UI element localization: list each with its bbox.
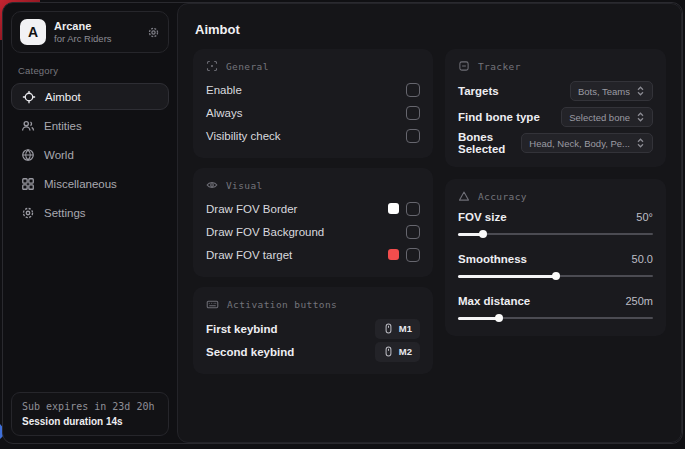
max-distance-slider[interactable]: [458, 314, 653, 323]
fov-target-checkbox[interactable]: [406, 248, 420, 262]
tracker-card-header: Tracker: [458, 60, 653, 72]
subscription-box: Sub expires in 23d 20h Session duration …: [11, 392, 169, 436]
sidebar: A Arcane for Arc Riders Category: [3, 3, 177, 443]
slider-value: 250m: [625, 295, 653, 307]
sidebar-item-label: Miscellaneous: [44, 178, 117, 190]
slider-fill: [458, 275, 556, 278]
activation-card-header: Activation buttons: [206, 298, 420, 311]
right-column: Tracker Targets Bots, Teams: [445, 49, 666, 336]
fov-border-color-swatch[interactable]: [388, 203, 399, 214]
setting-row-find-bone-type: Find bone type Selected bone: [458, 104, 653, 130]
card-title: Accuracy: [478, 191, 527, 202]
setting-group-smoothness: Smoothness 50.0: [458, 250, 653, 281]
chevron-up-down-icon: [636, 112, 645, 122]
visual-card: Visual Draw FOV Border Draw FOV Backgrou…: [193, 168, 433, 277]
slider-label: Smoothness: [458, 253, 527, 265]
always-checkbox[interactable]: [406, 106, 420, 120]
card-title: General: [226, 61, 269, 72]
bones-selected-select[interactable]: Head, Neck, Body, Pe...: [521, 133, 653, 153]
sidebar-item-settings[interactable]: Settings: [11, 199, 169, 226]
accuracy-card-header: Accuracy: [458, 190, 653, 202]
keybind-value: M2: [399, 346, 412, 357]
sidebar-item-label: Entities: [44, 120, 82, 132]
setting-group-max-distance: Max distance 250m: [458, 292, 653, 323]
fov-target-color-swatch[interactable]: [388, 249, 399, 260]
card-title: Visual: [226, 180, 263, 191]
app-header-card: A Arcane for Arc Riders: [11, 11, 169, 53]
eye-icon: [206, 179, 218, 191]
tracker-card: Tracker Targets Bots, Teams: [445, 49, 666, 167]
row-label: Targets: [458, 85, 499, 97]
sidebar-item-miscellaneous[interactable]: Miscellaneous: [11, 170, 169, 197]
visual-card-header: Visual: [206, 179, 420, 191]
first-keybind-button[interactable]: M1: [375, 319, 420, 339]
app-subtitle: for Arc Riders: [54, 33, 112, 44]
triangle-icon: [458, 190, 470, 202]
setting-row-fov-background: Draw FOV Background: [206, 220, 420, 243]
slider-thumb[interactable]: [552, 272, 560, 280]
find-bone-type-select[interactable]: Selected bone: [561, 107, 653, 127]
setting-row-enable: Enable: [206, 78, 420, 101]
gear-icon: [21, 206, 35, 220]
smoothness-slider[interactable]: [458, 272, 653, 281]
slider-value: 50°: [636, 211, 653, 223]
row-label: Draw FOV Border: [206, 203, 297, 215]
fov-size-slider[interactable]: [458, 230, 653, 239]
accuracy-card: Accuracy FOV size 50°: [445, 179, 666, 336]
setting-row-fov-target: Draw FOV target: [206, 243, 420, 266]
row-label: Draw FOV target: [206, 249, 292, 261]
slider-thumb[interactable]: [495, 314, 503, 322]
sidebar-item-entities[interactable]: Entities: [11, 112, 169, 139]
setting-group-fov-size: FOV size 50°: [458, 208, 653, 239]
screen: A Arcane for Arc Riders Category: [0, 0, 685, 449]
row-label: Visibility check: [206, 130, 281, 142]
setting-row-visibility-check: Visibility check: [206, 124, 420, 147]
tracker-box-icon: [458, 60, 470, 72]
row-label: Bones Selected: [458, 131, 521, 155]
fov-background-checkbox[interactable]: [406, 225, 420, 239]
setting-row-first-keybind: First keybind M1: [206, 317, 420, 340]
gear-icon[interactable]: [147, 26, 160, 39]
grid-icon: [21, 177, 35, 191]
slider-label: Max distance: [458, 295, 530, 307]
crosshair-icon: [22, 90, 36, 104]
visibility-check-checkbox[interactable]: [406, 129, 420, 143]
slider-thumb[interactable]: [479, 230, 487, 238]
row-label: Find bone type: [458, 111, 540, 123]
setting-row-fov-border: Draw FOV Border: [206, 197, 420, 220]
sidebar-item-label: Aimbot: [45, 91, 81, 103]
row-label: Second keybind: [206, 346, 294, 358]
fov-border-checkbox[interactable]: [406, 202, 420, 216]
sidebar-item-label: World: [44, 149, 74, 161]
keyboard-icon: [206, 298, 219, 311]
card-title: Tracker: [478, 61, 521, 72]
app-name: Arcane: [54, 20, 112, 32]
slider-label: FOV size: [458, 211, 507, 223]
slider-value: 50.0: [632, 253, 653, 265]
select-value: Bots, Teams: [578, 86, 630, 97]
sub-expiry-text: Sub expires in 23d 20h: [22, 401, 158, 412]
enable-checkbox[interactable]: [406, 83, 420, 97]
setting-row-second-keybind: Second keybind M2: [206, 340, 420, 363]
mouse-icon: [383, 323, 394, 334]
row-label: First keybind: [206, 323, 278, 335]
sidebar-item-aimbot[interactable]: Aimbot: [11, 83, 169, 110]
app-window: A Arcane for Arc Riders Category: [2, 2, 683, 444]
general-card: General Enable Always Visibility check: [193, 49, 433, 158]
main-panel: Aimbot General: [177, 3, 682, 443]
second-keybind-button[interactable]: M2: [375, 342, 420, 362]
session-duration-text: Session duration 14s: [22, 416, 158, 427]
app-title-block: Arcane for Arc Riders: [54, 20, 112, 44]
app-logo: A: [20, 19, 46, 45]
scan-target-icon: [206, 60, 218, 72]
mouse-icon: [383, 346, 394, 357]
sidebar-item-world[interactable]: World: [11, 141, 169, 168]
row-label: Enable: [206, 84, 242, 96]
globe-icon: [21, 148, 35, 162]
sidebar-item-label: Settings: [44, 207, 86, 219]
targets-select[interactable]: Bots, Teams: [570, 81, 653, 101]
card-title: Activation buttons: [227, 299, 337, 310]
select-value: Head, Neck, Body, Pe...: [529, 138, 630, 149]
keybind-value: M1: [399, 323, 412, 334]
chevron-up-down-icon: [636, 86, 645, 96]
